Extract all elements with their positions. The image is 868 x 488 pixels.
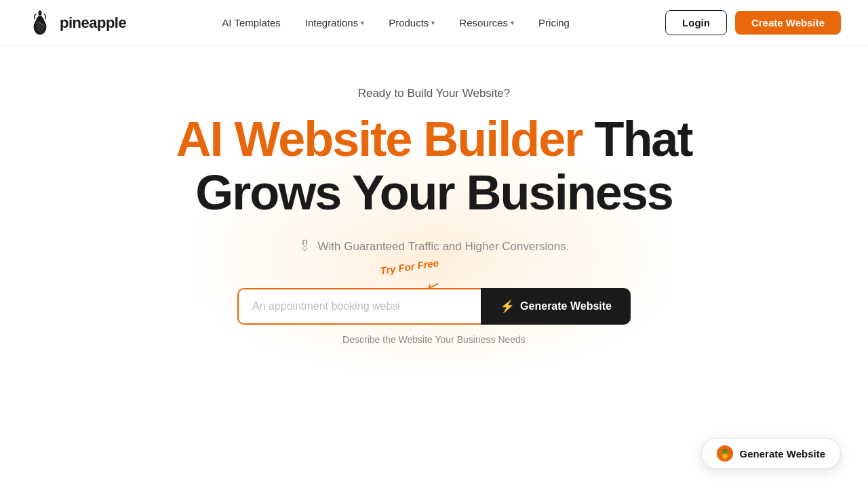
nav-item-ai-templates[interactable]: AI Templates	[211, 12, 291, 34]
hero-title-orange: AI Website Builder	[176, 112, 583, 166]
floating-pineapple-icon: 🍍	[717, 445, 733, 462]
hero-title: AI Website Builder ThatGrows Your Busine…	[176, 113, 692, 220]
chevron-down-icon: ▾	[431, 19, 435, 26]
hero-description-text: With Guaranteed Traffic and Higher Conve…	[317, 240, 569, 253]
logo-icon	[27, 10, 53, 36]
website-description-input[interactable]	[237, 288, 481, 325]
nav-item-pricing[interactable]: Pricing	[528, 12, 580, 34]
nav-actions: Login Create Website	[665, 10, 841, 35]
nav-item-resources[interactable]: Resources ▾	[448, 12, 525, 34]
login-button[interactable]: Login	[665, 10, 727, 35]
try-for-free-label: Try For Free	[379, 257, 439, 277]
generate-label: Generate Website	[520, 300, 612, 312]
input-hint: Describe the Website Your Business Needs	[342, 334, 526, 345]
input-area: Try For Free ↙ ⚡ Generate Website Descri…	[176, 288, 692, 345]
hero-content: Ready to Build Your Website? AI Website …	[176, 87, 692, 345]
hero-description: 🎖 With Guaranteed Traffic and Higher Con…	[176, 239, 692, 254]
chevron-down-icon: ▾	[361, 19, 364, 26]
brand-name: pineapple	[60, 14, 126, 32]
badge-icon: 🎖	[298, 239, 312, 254]
nav-links: AI Templates Integrations ▾ Products ▾ R…	[211, 12, 580, 34]
generate-website-button[interactable]: ⚡ Generate Website	[481, 288, 631, 325]
floating-generate-button[interactable]: 🍍 Generate Website	[701, 438, 841, 469]
floating-generate-label: Generate Website	[740, 448, 825, 460]
hero-section: Ready to Build Your Website? AI Website …	[0, 46, 868, 345]
chevron-down-icon: ▾	[511, 19, 514, 26]
create-website-button[interactable]: Create Website	[735, 11, 841, 35]
navbar: pineapple AI Templates Integrations ▾ Pr…	[0, 0, 868, 46]
nav-item-integrations[interactable]: Integrations ▾	[294, 12, 375, 34]
logo[interactable]: pineapple	[27, 10, 126, 36]
nav-item-products[interactable]: Products ▾	[378, 12, 446, 34]
hero-subtitle: Ready to Build Your Website?	[176, 87, 692, 100]
bolt-icon: ⚡	[500, 299, 515, 314]
